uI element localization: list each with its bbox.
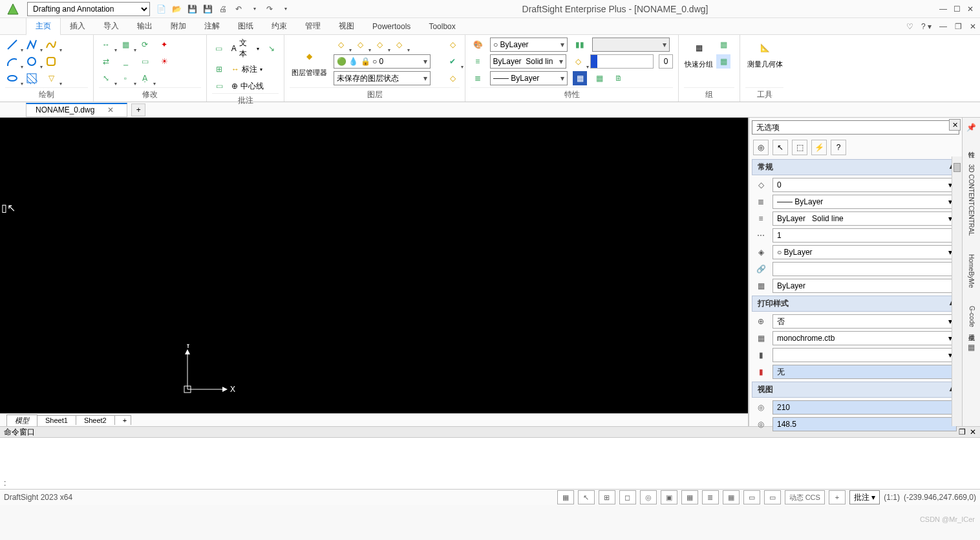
pal-tool-cursor-icon[interactable]: ↖	[772, 140, 788, 155]
color-select[interactable]: ○ ByLayer▾	[490, 38, 568, 52]
note-icon[interactable]: ▭	[212, 41, 226, 56]
layer-tool4-icon[interactable]: ◇▾	[392, 38, 406, 52]
ellipse-icon[interactable]: ▾	[5, 71, 19, 85]
spline-icon[interactable]: ▾	[44, 38, 58, 52]
add-sheet-button[interactable]: +	[114, 415, 131, 425]
section-print-header[interactable]: 打印样式▴	[752, 296, 959, 312]
save-icon[interactable]: 💾	[186, 3, 198, 15]
scale-icon[interactable]: ▫▾	[118, 71, 133, 85]
cmd-close-icon[interactable]: ✕	[970, 427, 976, 437]
polyline-icon[interactable]: ▾	[25, 38, 39, 52]
side-tab-3dcc[interactable]: 3D CONTENTCENTRAL	[966, 159, 976, 241]
mirror-icon[interactable]: ▭	[138, 54, 152, 69]
offset-icon[interactable]: ⇄	[99, 54, 113, 69]
lineweight-tool-icon[interactable]: ≣	[471, 71, 485, 85]
sb-etrack-icon[interactable]: ▦	[681, 490, 698, 504]
pal-tool-filter-icon[interactable]: ⚡	[811, 140, 827, 155]
sb-dccs-button[interactable]: 动态 CCS	[785, 490, 825, 504]
file-tab-active[interactable]: NONAME_0.dwg ✕	[26, 103, 127, 117]
sb-lwt-icon[interactable]: ≣	[702, 490, 719, 504]
sb-tool-c-icon[interactable]: ▭	[764, 490, 781, 504]
table-icon[interactable]: ⊞	[212, 62, 226, 76]
linetype-tool-icon[interactable]: ≡	[471, 54, 485, 69]
selection-filter-select[interactable]: 无选项▾	[752, 120, 959, 135]
layer-current-select[interactable]: 🟢 💧 🔒 ○ 0▾	[334, 54, 431, 69]
sb-add-icon[interactable]: +	[829, 490, 846, 504]
sb-ortho-icon[interactable]: ◻	[619, 490, 636, 504]
layer-tool2-icon[interactable]: ◇▾	[353, 38, 367, 52]
add-file-tab-button[interactable]: +	[131, 103, 145, 116]
transparency-value[interactable]: 0	[659, 54, 673, 69]
text-edit-icon[interactable]: Ạ▾	[138, 71, 152, 85]
sb-snap-icon[interactable]: ▦	[557, 490, 574, 504]
line-icon[interactable]: ▾	[5, 38, 19, 52]
sb-esnap-icon[interactable]: ▣	[661, 490, 677, 504]
undo-history-icon[interactable]	[248, 3, 260, 15]
leader-icon[interactable]: ↘	[264, 41, 279, 56]
layer-tool3-icon[interactable]: ◇▾	[372, 38, 387, 52]
circle-icon[interactable]: ▾	[25, 54, 39, 69]
prop-tool-a-icon[interactable]: ▦	[573, 71, 587, 85]
prop-layer-field[interactable]: 0▾	[772, 178, 957, 192]
ribbon-tab-manage[interactable]: 管理	[296, 18, 330, 34]
section-general-header[interactable]: 常规▴	[752, 159, 959, 175]
side-tab-homebyme[interactable]: HomeByMe	[966, 249, 976, 293]
pal-tool-help-icon[interactable]: ?	[831, 140, 846, 155]
section-view-header[interactable]: 视图▴	[752, 382, 959, 398]
layer-check-icon[interactable]: ✔▾	[445, 54, 460, 69]
sb-tool-b-icon[interactable]: ▭	[743, 490, 760, 504]
redo-icon[interactable]: ↷	[264, 3, 275, 15]
help-icon[interactable]: ? ▾	[917, 21, 935, 32]
polygon-icon[interactable]: ▽▾	[44, 71, 58, 85]
prop-lineweight-field[interactable]: —— ByLayer▾	[772, 195, 957, 209]
ribbon-tab-view[interactable]: 视图	[330, 18, 363, 34]
new-icon[interactable]: 📄	[155, 3, 167, 15]
stretch-icon[interactable]: ⤡▾	[99, 71, 113, 85]
prop-view-cx-field[interactable]: 210	[772, 400, 957, 415]
maximize-button[interactable]: ☐	[953, 5, 961, 14]
matchprop-icon[interactable]: ◇▾	[571, 54, 586, 69]
move-icon[interactable]: ↔▾	[99, 38, 113, 52]
prop-print-attach-field[interactable]: 无	[772, 365, 957, 379]
prop-print-table-field[interactable]: monochrome.ctb▾	[772, 331, 957, 345]
side-zoom-icon[interactable]: ▦	[966, 341, 977, 353]
close-button[interactable]: ✕	[967, 5, 974, 14]
ribbon-tab-powertools[interactable]: Powertools	[363, 19, 420, 34]
redo-history-icon[interactable]	[279, 3, 291, 15]
prop-hyperlink-field[interactable]	[772, 262, 957, 276]
prop-print-style-field[interactable]: ▾	[772, 348, 957, 362]
layer-extra1-icon[interactable]: ◇	[445, 38, 460, 52]
cloud-icon[interactable]: ▭	[212, 79, 226, 93]
layer-manager-button[interactable]: ◆ 图层管理器	[290, 46, 328, 78]
ribbon-tab-insert[interactable]: 插入	[61, 18, 94, 34]
heart-icon[interactable]: ♡	[902, 21, 917, 32]
prop-ltscale-field[interactable]: 1	[772, 228, 957, 243]
undo-icon[interactable]: ↶	[233, 3, 244, 15]
command-window-body[interactable]: :	[0, 438, 980, 490]
ribbon-tab-annotate[interactable]: 注解	[195, 18, 229, 34]
prop-print-display-field[interactable]: 否▾	[772, 314, 957, 329]
colors-icon[interactable]: ▮▮	[573, 38, 587, 52]
ribbon-tab-home[interactable]: 主页	[26, 17, 61, 36]
rotate-icon[interactable]: ⟳	[138, 38, 152, 52]
hatch-icon[interactable]	[25, 71, 39, 85]
sb-cursor-icon[interactable]: ↖	[578, 490, 595, 504]
prop-tool-b-icon[interactable]: ▦	[592, 71, 606, 85]
layer-state-select[interactable]: 未保存的图层状态▾	[334, 71, 431, 85]
sheet-tab-1[interactable]: Sheet1	[37, 415, 76, 425]
ribbon-tab-attach[interactable]: 附加	[162, 18, 195, 34]
prop-color-field[interactable]: ○ ByLayer▾	[772, 245, 957, 259]
pal-tool-select-icon[interactable]: ⬚	[792, 140, 807, 155]
minimize-button[interactable]: —	[939, 5, 947, 14]
side-tab-gcode[interactable]: G-code 生成器	[966, 301, 977, 334]
palette-scrollbar[interactable]	[952, 157, 962, 426]
doc-close-button[interactable]: ✕	[966, 21, 980, 32]
prop-view-cy-field[interactable]: 148.5	[772, 417, 957, 431]
ribbon-tab-sheet[interactable]: 图纸	[229, 18, 262, 34]
text-button[interactable]: A文本▾	[231, 38, 260, 59]
sb-tool-a-icon[interactable]: ▦	[723, 490, 740, 504]
sheet-tab-model[interactable]: 模型	[6, 415, 37, 426]
group-tool1-icon[interactable]: ▦	[716, 38, 730, 52]
layer-extra3-icon[interactable]: ◇	[445, 71, 460, 85]
sun-icon[interactable]: ☀	[157, 54, 171, 69]
